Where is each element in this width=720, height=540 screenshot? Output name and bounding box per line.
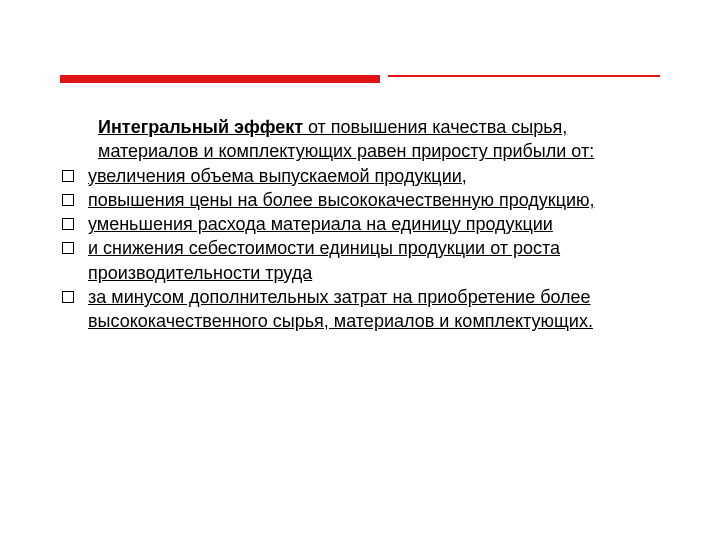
intro-bold: Интегральный эффект [98,117,303,137]
checkbox-icon [62,242,74,254]
list-item: за минусом дополнительных затрат на прио… [62,285,662,334]
bullet-text: и снижения себестоимости единицы продукц… [88,236,662,285]
checkbox-icon [62,218,74,230]
top-rule [60,75,660,83]
list-item: и снижения себестоимости единицы продукц… [62,236,662,285]
list-item: повышения цены на более высококачественн… [62,188,662,212]
bullet-text: за минусом дополнительных затрат на прио… [88,285,662,334]
bullet-text: увеличения объема выпускаемой продукции, [88,164,662,188]
list-item: увеличения объема выпускаемой продукции, [62,164,662,188]
rule-thick [60,75,380,83]
rule-thin [388,75,660,77]
intro-paragraph: Интегральный эффект от повышения качеств… [98,115,662,164]
checkbox-icon [62,291,74,303]
slide-content: Интегральный эффект от повышения качеств… [62,115,662,334]
rule-gap [380,75,388,83]
bullet-text: повышения цены на более высококачественн… [88,188,662,212]
checkbox-icon [62,194,74,206]
list-item: уменьшения расхода материала на единицу … [62,212,662,236]
checkbox-icon [62,170,74,182]
bullet-list: увеличения объема выпускаемой продукции,… [62,164,662,334]
bullet-text: уменьшения расхода материала на единицу … [88,212,662,236]
